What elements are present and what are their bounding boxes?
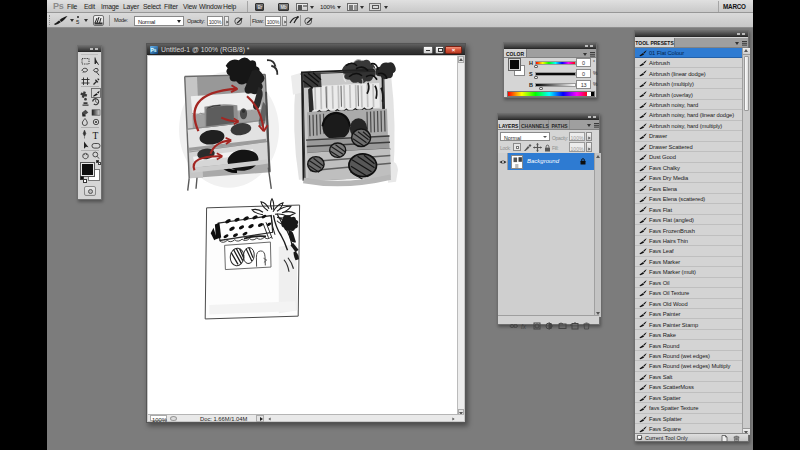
svg-text:fx: fx — [521, 323, 527, 330]
svg-text:T: T — [93, 131, 99, 141]
